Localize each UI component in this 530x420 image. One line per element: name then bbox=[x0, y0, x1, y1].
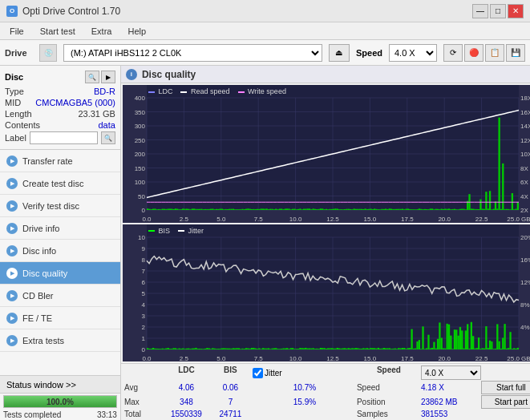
avg-label: Avg bbox=[124, 383, 164, 392]
legend-write-speed: Write speed bbox=[238, 87, 286, 95]
charts-area: LDC Read speed Write speed bbox=[121, 83, 530, 420]
nav-disc-quality-label: Disc quality bbox=[22, 269, 67, 278]
nav-extra-tests[interactable]: ▶ Extra tests bbox=[0, 329, 120, 352]
disc-quality-header: i Disc quality bbox=[121, 66, 530, 83]
stats-h-bis: BIS bbox=[208, 365, 253, 380]
disc-quality-icon: i bbox=[126, 69, 137, 80]
nav-drive-info-icon: ▶ bbox=[6, 223, 18, 234]
disc-label-input[interactable] bbox=[30, 131, 98, 144]
action-icon-3[interactable]: 📋 bbox=[485, 44, 504, 62]
speed-stat-label: Speed bbox=[357, 383, 421, 392]
menu-bar: File Start test Extra Help bbox=[0, 22, 530, 40]
nav-verify-test-disc-icon: ▶ bbox=[6, 200, 18, 212]
nav-items: ▶ Transfer rate ▶ Create test disc ▶ Ver… bbox=[0, 150, 120, 375]
total-bis: 24711 bbox=[208, 410, 253, 418]
menu-start-test[interactable]: Start test bbox=[34, 25, 82, 38]
jitter-checkbox-row: Jitter bbox=[253, 365, 357, 380]
status-window-button[interactable]: Status window >> bbox=[0, 376, 120, 394]
stats-avg-row: Avg 4.06 0.06 10.7% Speed 4.18 X Start f… bbox=[124, 381, 530, 394]
maximize-button[interactable]: □ bbox=[490, 4, 506, 18]
drive-label: Drive bbox=[5, 48, 33, 58]
disc-icon-btn-2[interactable]: ▶ bbox=[101, 71, 115, 83]
stats-h-ldc: LDC bbox=[164, 365, 208, 380]
action-icon-2[interactable]: 🔴 bbox=[464, 44, 483, 62]
nav-transfer-rate-label: Transfer rate bbox=[22, 156, 73, 166]
stats-bar: LDC BIS Jitter Speed 4.0 X Avg 4.06 bbox=[121, 363, 530, 420]
top-chart: LDC Read speed Write speed bbox=[123, 85, 530, 223]
avg-speed-value: 4.18 X bbox=[421, 383, 481, 392]
nav-drive-info[interactable]: ▶ Drive info bbox=[0, 217, 120, 240]
legend-jitter: Jitter bbox=[178, 227, 204, 235]
nav-drive-info-label: Drive info bbox=[22, 224, 59, 233]
start-part-button[interactable]: Start part bbox=[481, 395, 530, 409]
stats-total-row: Total 1550339 24711 Samples 381553 bbox=[124, 410, 530, 418]
stats-h-empty bbox=[481, 365, 530, 380]
disc-quality-title: Disc quality bbox=[142, 69, 196, 80]
bottom-chart-legend: BIS Jitter bbox=[148, 227, 204, 235]
speed-selector[interactable]: 4.0 X bbox=[421, 365, 481, 380]
drive-icon: 💿 bbox=[39, 44, 57, 62]
drive-select[interactable]: (M:) ATAPI iHBS112 2 CL0K bbox=[63, 44, 322, 62]
left-panel: Disc 🔍 ▶ Type BD-R MID CMCMAGBA5 (000) L… bbox=[0, 66, 121, 420]
nav-create-test-disc-label: Create test disc bbox=[22, 179, 83, 188]
status-window-label: Status window >> bbox=[6, 380, 76, 390]
nav-create-test-disc-icon: ▶ bbox=[6, 178, 18, 189]
nav-cd-bler[interactable]: ▶ CD Bler bbox=[0, 285, 120, 307]
status-bar-bottom: Status window >> 100.0% Tests completed … bbox=[0, 375, 120, 420]
disc-mid-label: MID bbox=[5, 98, 21, 107]
nav-extra-tests-label: Extra tests bbox=[22, 336, 64, 345]
total-label: Total bbox=[124, 410, 164, 418]
position-label: Position bbox=[357, 398, 421, 406]
disc-type-value: BD-R bbox=[94, 87, 115, 96]
nav-verify-test-disc[interactable]: ▶ Verify test disc bbox=[0, 195, 120, 217]
disc-contents-label: Contents bbox=[5, 120, 40, 130]
avg-bis: 0.06 bbox=[208, 383, 253, 392]
avg-ldc: 4.06 bbox=[164, 383, 208, 392]
max-jitter: 15.9% bbox=[253, 398, 357, 406]
progress-text: 100.0% bbox=[47, 398, 74, 406]
nav-transfer-rate[interactable]: ▶ Transfer rate bbox=[0, 150, 120, 172]
top-chart-canvas bbox=[123, 85, 530, 223]
speed-select[interactable]: 4.0 X bbox=[389, 44, 437, 62]
menu-extra[interactable]: Extra bbox=[85, 25, 119, 38]
title-bar: O Opti Drive Control 1.70 — □ ✕ bbox=[0, 0, 530, 22]
disc-contents-value: data bbox=[99, 120, 115, 130]
avg-jitter: 10.7% bbox=[253, 383, 357, 392]
bottom-chart: BIS Jitter bbox=[123, 224, 530, 362]
nav-disc-quality[interactable]: ▶ Disc quality bbox=[0, 262, 120, 285]
jitter-checkbox[interactable] bbox=[253, 368, 263, 378]
status-text: Tests completed bbox=[3, 410, 61, 419]
status-time: 33:13 bbox=[97, 410, 117, 419]
samples-value: 381553 bbox=[421, 410, 481, 418]
nav-fe-te[interactable]: ▶ FE / TE bbox=[0, 307, 120, 329]
disc-length-value: 23.31 GB bbox=[78, 109, 115, 119]
top-chart-legend: LDC Read speed Write speed bbox=[148, 87, 286, 95]
disc-icon-btn-1[interactable]: 🔍 bbox=[85, 71, 99, 83]
stats-max-row: Max 348 7 15.9% Position 23862 MB Start … bbox=[124, 395, 530, 409]
nav-create-test-disc[interactable]: ▶ Create test disc bbox=[0, 172, 120, 195]
disc-length-label: Length bbox=[5, 109, 32, 119]
minimize-button[interactable]: — bbox=[472, 4, 488, 18]
disc-label-browse-button[interactable]: 🔍 bbox=[101, 131, 115, 144]
nav-disc-info-icon: ▶ bbox=[6, 245, 18, 256]
right-panel: i Disc quality LDC Read speed bbox=[121, 66, 530, 420]
disc-label-label: Label bbox=[5, 133, 26, 143]
menu-help[interactable]: Help bbox=[121, 25, 152, 38]
action-icon-1[interactable]: ⟳ bbox=[443, 44, 463, 62]
close-button[interactable]: ✕ bbox=[508, 4, 524, 18]
legend-ldc: LDC bbox=[148, 87, 173, 95]
app-icon: O bbox=[6, 6, 18, 17]
start-full-button[interactable]: Start full bbox=[481, 381, 530, 394]
stats-header-row: LDC BIS Jitter Speed 4.0 X bbox=[124, 365, 530, 380]
menu-file[interactable]: File bbox=[3, 25, 30, 38]
action-icon-4[interactable]: 💾 bbox=[506, 44, 525, 62]
status-text-row: Tests completed 33:13 bbox=[0, 410, 120, 420]
disc-section-title: Disc bbox=[5, 72, 23, 82]
window-controls: — □ ✕ bbox=[472, 4, 524, 18]
eject-button[interactable]: ⏏ bbox=[329, 44, 350, 62]
nav-disc-info[interactable]: ▶ Disc info bbox=[0, 240, 120, 262]
drive-bar: Drive 💿 (M:) ATAPI iHBS112 2 CL0K ⏏ Spee… bbox=[0, 40, 530, 66]
nav-cd-bler-label: CD Bler bbox=[22, 291, 54, 301]
app-title: Opti Drive Control 1.70 bbox=[22, 6, 120, 17]
speed-label: Speed bbox=[356, 48, 382, 58]
